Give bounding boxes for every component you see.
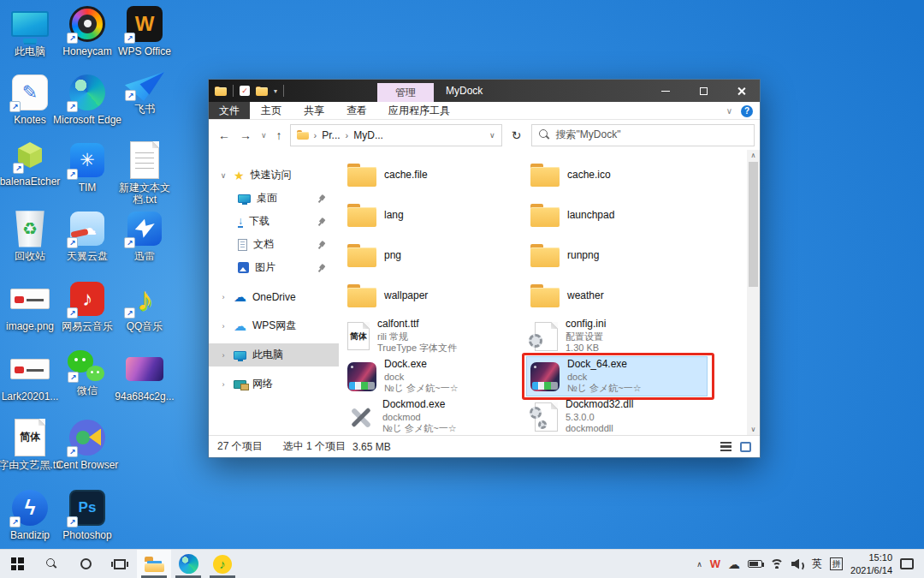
maximize-button[interactable] bbox=[684, 80, 722, 102]
battery-icon[interactable] bbox=[748, 560, 762, 568]
nav-this-pc[interactable]: › 此电脑 bbox=[209, 343, 339, 366]
action-center-icon[interactable] bbox=[900, 558, 914, 569]
taskbar-edge[interactable] bbox=[171, 550, 205, 578]
text-file-icon bbox=[124, 140, 165, 180]
recent-locations-icon[interactable]: ∨ bbox=[261, 131, 267, 140]
search-icon bbox=[46, 558, 57, 569]
folder-icon bbox=[347, 164, 376, 187]
taskbar-file-explorer[interactable] bbox=[137, 550, 171, 578]
desktop-icon-photoshop[interactable]: Ps↗ Photoshop bbox=[58, 487, 116, 542]
file-item-runpng[interactable]: runpng bbox=[526, 235, 708, 276]
file-item-lang[interactable]: lang bbox=[343, 195, 524, 235]
wifi-icon[interactable] bbox=[770, 559, 784, 569]
chevron-right-icon[interactable]: › bbox=[219, 293, 228, 301]
feishu-icon: ↗ bbox=[125, 72, 164, 101]
nav-pictures[interactable]: 图片 bbox=[209, 256, 339, 279]
breadcrumb-parent[interactable]: Pr... bbox=[322, 129, 340, 141]
file-item-config-ini[interactable]: config.ini 配置设置 1.30 KB bbox=[526, 316, 708, 356]
wps-tray-icon[interactable]: W bbox=[710, 557, 720, 570]
desktop-icon-wechat[interactable]: ↗ 微信 bbox=[58, 349, 116, 397]
chevron-right-icon[interactable]: › bbox=[219, 322, 228, 331]
file-item-dock-64-exe-selected[interactable]: Dock_64.exe dock №じ 㐱メ鈧~一☆ bbox=[526, 356, 708, 396]
file-item-calfont-ttf[interactable]: 简体 calfont.ttf rili 常规 TrueType 字体文件 bbox=[343, 316, 524, 356]
clock-time: 15:10 bbox=[850, 551, 892, 563]
help-icon[interactable]: ? bbox=[741, 105, 753, 117]
scrollbar-thumb[interactable] bbox=[749, 162, 758, 287]
desktop-icon-new-text-file[interactable]: 新建文本文档.txt bbox=[116, 140, 174, 206]
up-icon[interactable]: ↑ bbox=[276, 128, 282, 142]
nav-documents[interactable]: 文档 bbox=[209, 233, 339, 256]
shortcut-arrow-icon: ↗ bbox=[9, 101, 21, 112]
forward-icon[interactable]: → bbox=[240, 128, 252, 142]
nav-quick-access[interactable]: ∨ ★ 快速访问 bbox=[209, 164, 339, 187]
new-folder-icon[interactable] bbox=[256, 86, 268, 96]
desktop-icon-edge[interactable]: ↗ Microsoft Edge bbox=[58, 72, 116, 127]
nav-wps-drive[interactable]: › ☁ WPS网盘 bbox=[209, 314, 339, 337]
details-view-icon[interactable] bbox=[720, 442, 732, 451]
address-bar[interactable]: › Pr... › MyD... ∨ bbox=[290, 124, 502, 146]
taskbar-clock[interactable]: 15:10 2021/6/14 bbox=[850, 551, 892, 576]
taskbar-search-button[interactable] bbox=[34, 550, 68, 578]
tab-share[interactable]: 共享 bbox=[293, 102, 335, 119]
tab-app-tools[interactable]: 应用程序工具 bbox=[378, 102, 460, 119]
ime-language[interactable]: 英 bbox=[812, 557, 822, 571]
volume-icon[interactable] bbox=[791, 559, 804, 569]
search-box[interactable]: 搜索"MyDock" bbox=[531, 124, 755, 146]
chevron-down-icon[interactable]: ∨ bbox=[219, 171, 228, 180]
desktop-icon-cent-browser[interactable]: ↗ Cent Browser bbox=[58, 417, 116, 472]
qat-dropdown-icon[interactable]: ▾ bbox=[274, 87, 277, 95]
file-detail: rili 常规 bbox=[377, 331, 457, 343]
scroll-down-icon[interactable]: ∨ bbox=[747, 426, 760, 433]
refresh-button[interactable]: ↻ bbox=[506, 124, 528, 146]
start-button[interactable] bbox=[0, 550, 34, 578]
search-icon bbox=[539, 129, 550, 140]
desktop-icon-wps-office[interactable]: W↗ WPS Office bbox=[116, 3, 174, 58]
file-item-wallpaper[interactable]: wallpaper bbox=[343, 276, 524, 316]
tray-expand-icon[interactable]: ∧ bbox=[696, 560, 702, 569]
file-item-dock-exe[interactable]: Dock.exe dock №じ 㐱メ鈧~一☆ bbox=[343, 356, 524, 396]
file-item-cache-file[interactable]: cache.file bbox=[343, 155, 524, 195]
vertical-scrollbar[interactable]: ∧ ∨ bbox=[747, 150, 760, 435]
breadcrumb-current[interactable]: MyD... bbox=[353, 129, 383, 141]
file-item-launchpad[interactable]: launchpad bbox=[526, 195, 708, 235]
desktop-icon-balena-etcher[interactable]: ↗ balenaEtcher bbox=[1, 140, 59, 188]
file-explorer-icon bbox=[145, 557, 164, 572]
address-dropdown-icon[interactable]: ∨ bbox=[489, 131, 495, 140]
cortana-button[interactable] bbox=[68, 550, 103, 578]
ribbon-expand-icon[interactable]: ∨ bbox=[726, 106, 732, 116]
file-name: Dockmod.exe bbox=[382, 398, 457, 412]
nav-desktop[interactable]: 桌面 bbox=[209, 187, 339, 210]
tab-view[interactable]: 查看 bbox=[335, 102, 378, 119]
chevron-right-icon[interactable]: › bbox=[219, 351, 228, 360]
desktop-icon-qq-music[interactable]: ♪↗ QQ音乐 bbox=[116, 278, 174, 333]
desktop-icon-xunlei[interactable]: ↗ 迅雷 bbox=[116, 208, 174, 263]
chevron-right-icon[interactable]: › bbox=[219, 380, 228, 389]
tab-file[interactable]: 文件 bbox=[209, 102, 250, 119]
task-view-button[interactable] bbox=[103, 550, 137, 578]
taskbar-qq-music[interactable]: ♪ bbox=[205, 550, 240, 578]
file-item-png[interactable]: png bbox=[343, 235, 524, 276]
balena-etcher-icon: ↗ bbox=[13, 140, 47, 174]
scroll-up-icon[interactable]: ∧ bbox=[747, 152, 760, 159]
properties-check-icon[interactable]: ✓ bbox=[240, 86, 250, 96]
ime-mode[interactable]: 拼 bbox=[830, 557, 843, 570]
file-item-cache-ico[interactable]: cache.ico bbox=[526, 155, 708, 195]
file-item-weather[interactable]: weather bbox=[526, 276, 708, 316]
nav-network[interactable]: › 网络 bbox=[209, 372, 339, 396]
back-icon[interactable]: ← bbox=[218, 128, 230, 142]
nav-onedrive[interactable]: › ☁ OneDrive bbox=[209, 285, 339, 308]
tab-home[interactable]: 主页 bbox=[250, 102, 293, 119]
file-item-dockmod-exe[interactable]: Dockmod.exe dockmod №じ 㐱メ鈧~一☆ bbox=[343, 396, 524, 437]
desktop-icon-wallpaper-image[interactable]: 94a684c2g... bbox=[116, 349, 174, 403]
minimize-button[interactable] bbox=[647, 80, 684, 102]
thumbnail-view-icon[interactable] bbox=[740, 442, 751, 452]
photoshop-icon: Ps↗ bbox=[67, 487, 108, 527]
manage-context-tab[interactable]: 管理 bbox=[377, 83, 434, 102]
nav-downloads[interactable]: ↓ 下载 bbox=[209, 210, 339, 233]
file-item-dockmod32-dll[interactable]: Dockmod32.dll 5.3.0.0 dockmoddll bbox=[526, 396, 708, 437]
tianyi-cloud-icon: ☁↗ bbox=[67, 208, 108, 248]
title-bar[interactable]: ✓ ▾ 管理 MyDock bbox=[209, 80, 760, 102]
desktop-icon-feishu[interactable]: ↗ 飞书 bbox=[116, 72, 174, 116]
cloud-tray-icon[interactable]: ☁ bbox=[728, 558, 740, 570]
close-button[interactable] bbox=[722, 80, 760, 102]
